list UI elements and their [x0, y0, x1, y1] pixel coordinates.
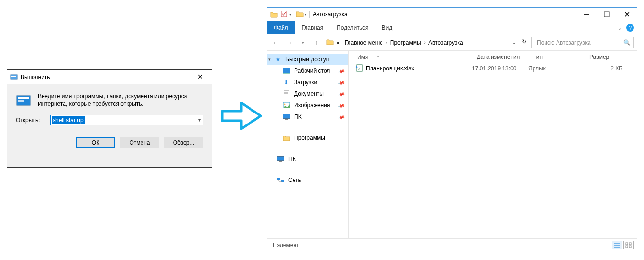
- svg-rect-16: [277, 156, 284, 161]
- tab-file[interactable]: Файл: [267, 21, 295, 34]
- svg-rect-3: [18, 97, 29, 99]
- up-button[interactable]: ↑: [310, 37, 322, 48]
- folder-icon: [283, 134, 290, 142]
- svg-rect-26: [629, 243, 631, 245]
- ribbon-tabs: Файл Главная Поделиться Вид ⌄ ?: [267, 21, 637, 34]
- nav-pc-quick[interactable]: ПК 📌: [267, 111, 348, 123]
- minimize-button[interactable]: —: [577, 8, 597, 21]
- tab-home[interactable]: Главная: [295, 21, 330, 34]
- svg-rect-28: [629, 246, 631, 248]
- nav-desktop[interactable]: Рабочий стол 📌: [267, 65, 348, 77]
- nav-programs[interactable]: Программы: [267, 132, 348, 144]
- maximize-button[interactable]: [597, 8, 617, 21]
- chevron-down-icon[interactable]: ▾: [198, 117, 201, 123]
- view-icons-button[interactable]: [623, 241, 634, 249]
- breadcrumb-item[interactable]: Автозагрузка: [426, 39, 465, 46]
- open-label: Открыть:: [16, 117, 44, 124]
- address-dropdown-icon[interactable]: ⌄: [512, 40, 516, 45]
- titlebar[interactable]: ▾ ▾ Автозагрузка — ✕: [267, 8, 637, 21]
- col-size[interactable]: Размер: [585, 54, 637, 60]
- address-row: ← → ▾ ↑ « Главное меню › Программы › Авт…: [267, 34, 637, 51]
- address-bar[interactable]: « Главное меню › Программы › Автозагрузк…: [324, 37, 532, 48]
- breadcrumb-item[interactable]: Главное меню: [343, 39, 385, 46]
- ribbon-expand-icon[interactable]: ⌄: [618, 25, 622, 31]
- breadcrumb-start[interactable]: «: [335, 39, 342, 46]
- close-icon: ✕: [197, 73, 203, 80]
- nav-network[interactable]: Сеть: [267, 174, 348, 186]
- excel-shortcut-icon: X: [355, 64, 363, 73]
- close-button[interactable]: ✕: [617, 8, 637, 21]
- qat-new-folder-icon[interactable]: [296, 10, 304, 19]
- document-icon: [283, 90, 290, 98]
- chevron-right-icon: ›: [424, 40, 426, 45]
- nav-pc[interactable]: ПК: [267, 153, 348, 165]
- pin-icon: 📌: [338, 79, 345, 86]
- run-dialog: Выполнить ✕ Введите имя программы, папки…: [7, 69, 212, 168]
- svg-rect-7: [283, 68, 290, 73]
- svg-text:X: X: [358, 67, 360, 71]
- run-prompt: Введите имя программы, папки, документа …: [38, 93, 203, 109]
- help-icon[interactable]: ?: [626, 24, 634, 32]
- open-input[interactable]: shell:startup ▾: [50, 115, 203, 125]
- svg-rect-8: [283, 73, 290, 74]
- folder-icon: [270, 11, 278, 18]
- svg-rect-15: [285, 119, 288, 120]
- close-button[interactable]: ✕: [191, 70, 210, 83]
- svg-rect-1: [11, 76, 16, 77]
- file-row[interactable]: X Планировщик.xlsx 17.01.2019 13:00 Ярлы…: [349, 63, 637, 74]
- status-count: 1 элемент: [272, 242, 299, 249]
- download-icon: ⬇: [283, 79, 290, 86]
- monitor-icon: [277, 155, 284, 163]
- nav-documents[interactable]: Документы 📌: [267, 88, 348, 100]
- arrow-icon: [220, 99, 263, 134]
- cancel-button[interactable]: Отмена: [120, 137, 159, 148]
- svg-rect-27: [626, 246, 628, 248]
- svg-rect-17: [279, 161, 282, 162]
- col-name[interactable]: Имя: [349, 54, 472, 60]
- status-bar: 1 элемент: [267, 238, 637, 251]
- col-type[interactable]: Тип: [528, 54, 585, 60]
- content-pane: Имя Дата изменения Тип Размер X Планиров…: [349, 51, 637, 238]
- run-title-text: Выполнить: [21, 74, 50, 80]
- svg-rect-18: [277, 178, 280, 180]
- svg-rect-4: [18, 100, 24, 102]
- tab-view[interactable]: Вид: [375, 21, 399, 34]
- run-titlebar[interactable]: Выполнить ✕: [7, 70, 212, 84]
- col-date[interactable]: Дата изменения: [472, 54, 528, 60]
- recent-dropdown[interactable]: ▾: [297, 37, 308, 48]
- run-icon: [10, 73, 18, 81]
- folder-icon: [326, 38, 334, 47]
- breadcrumb-item[interactable]: Программы: [388, 39, 423, 46]
- nav-downloads[interactable]: ⬇ Загрузки 📌: [267, 77, 348, 88]
- qat-dropdown-icon[interactable]: ▾: [305, 12, 306, 17]
- nav-pictures[interactable]: Изображения 📌: [267, 100, 348, 111]
- nav-quick-access[interactable]: ★ Быстрый доступ: [267, 54, 348, 65]
- search-input[interactable]: Поиск: Автозагрузка 🔍: [534, 37, 634, 48]
- pin-icon: 📌: [338, 102, 345, 109]
- tab-share[interactable]: Поделиться: [330, 21, 375, 34]
- qat-chevron-down-icon[interactable]: ▾: [289, 12, 291, 17]
- picture-icon: [283, 102, 290, 109]
- search-placeholder: Поиск: Автозагрузка: [537, 39, 591, 46]
- file-name: Планировщик.xlsx: [366, 65, 414, 72]
- refresh-button[interactable]: ↻: [519, 38, 529, 45]
- svg-rect-6: [604, 12, 609, 17]
- qat-properties-icon[interactable]: [281, 11, 287, 19]
- star-icon: ★: [274, 56, 282, 63]
- pin-icon: 📌: [338, 113, 345, 121]
- browse-button[interactable]: Обзор...: [164, 137, 203, 148]
- desktop-icon: [283, 67, 290, 75]
- back-button[interactable]: ←: [270, 37, 282, 48]
- pin-icon: 📌: [338, 90, 345, 98]
- view-details-button[interactable]: [612, 241, 622, 249]
- file-size: 2 КБ: [585, 65, 637, 72]
- svg-rect-5: [281, 11, 287, 17]
- ok-button[interactable]: ОК: [76, 137, 115, 148]
- svg-rect-25: [626, 243, 628, 245]
- open-input-value: shell:startup: [52, 116, 85, 124]
- file-type: Ярлык: [528, 65, 585, 72]
- forward-button[interactable]: →: [284, 37, 295, 48]
- search-icon[interactable]: 🔍: [623, 39, 631, 46]
- explorer-window: ▾ ▾ Автозагрузка — ✕ Файл Главная Подели…: [267, 7, 637, 251]
- run-big-icon: [16, 93, 32, 109]
